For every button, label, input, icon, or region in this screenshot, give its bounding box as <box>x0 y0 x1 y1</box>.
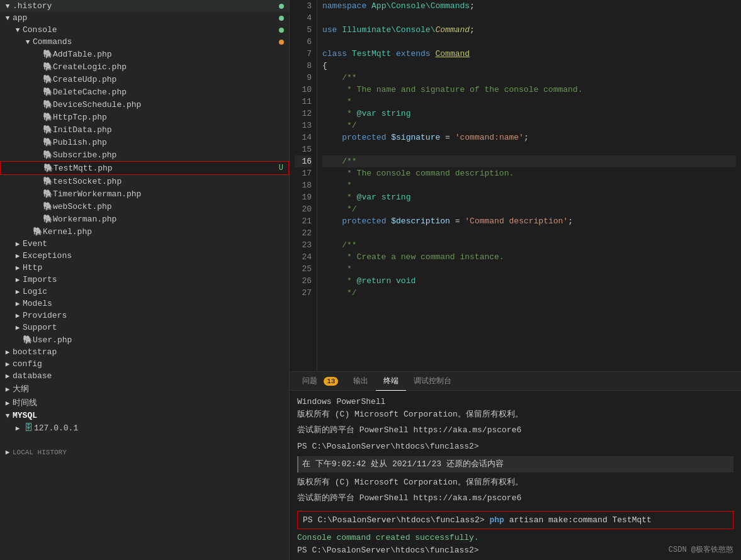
sidebar-item-timeline[interactable]: ▶ 时间线 <box>0 396 289 410</box>
sidebar-item-label: LOCAL HISTORY <box>13 449 289 456</box>
collapse-arrow: ▶ <box>13 252 23 260</box>
collapse-arrow: ▶ <box>13 276 23 284</box>
sidebar-item-label: TestMqtt.php <box>54 164 279 173</box>
sidebar-item-console[interactable]: ▼ Console <box>0 24 289 36</box>
code-line: { <box>322 60 736 72</box>
collapse-arrow: ▶ <box>13 240 23 248</box>
php-icon: 🐘 <box>43 99 53 109</box>
sidebar-item-workerman[interactable]: ▷ 🐘 Workerman.php <box>0 213 289 225</box>
code-line: * Create a new command instance. <box>322 251 736 263</box>
sidebar-item-label: Console <box>23 25 274 35</box>
sidebar-item-addtable[interactable]: ▷ 🐘 AddTable.php <box>0 48 289 60</box>
spacer: ▷ <box>33 113 43 121</box>
sidebar-item-initdata[interactable]: ▷ 🐘 InitData.php <box>0 123 289 136</box>
sidebar-item-database[interactable]: ▶ database <box>0 370 289 382</box>
sidebar-item-history[interactable]: ▼ .history <box>0 0 289 12</box>
terminal-session-restore: 在 下午9:02:42 处从 2021/11/23 还原的会话内容 <box>297 456 733 473</box>
code-line: * @var string <box>322 108 736 120</box>
collapse-arrow: ▶ <box>3 399 13 407</box>
sidebar-item-label: Subscribe.php <box>53 150 289 160</box>
sidebar-item-label: Support <box>23 323 289 332</box>
terminal-line: 版权所有 (C) Microsoft Corporation。保留所有权利。 <box>297 408 733 421</box>
sidebar-item-label: 大纲 <box>13 383 289 395</box>
sidebar-item-logic[interactable]: ▶ Logic <box>0 286 289 298</box>
code-line: /** <box>322 72 736 84</box>
collapse-arrow: ▼ <box>3 14 13 22</box>
sidebar-item-http[interactable]: ▶ Http <box>0 262 289 274</box>
terminal-line: Windows PowerShell <box>297 396 733 408</box>
line-num: 3 <box>295 0 312 12</box>
tab-output[interactable]: 输出 <box>346 372 376 391</box>
sidebar-item-mysql[interactable]: ▼ MYSQL <box>0 410 289 422</box>
sidebar-item-testmqtt[interactable]: ▷ 🐘 TestMqtt.php U <box>0 161 289 175</box>
sidebar-item-testsocket[interactable]: ▷ 🐘 testSocket.php <box>0 175 289 188</box>
line-num: 11 <box>295 96 312 108</box>
sidebar-item-config[interactable]: ▶ config <box>0 358 289 370</box>
tab-problems[interactable]: 问题 13 <box>295 372 346 391</box>
code-line: use Illuminate\Console\Command; <box>322 24 736 36</box>
spacer: ▷ <box>33 151 43 159</box>
sidebar: ▼ .history ▼ app ▼ Console ▼ Commands ▷ … <box>0 0 290 560</box>
php-icon: 🐘 <box>43 201 53 211</box>
spacer: ▷ <box>33 126 43 134</box>
terminal-area: 问题 13 输出 终端 调试控制台 Windows PowerShell 版权所… <box>290 371 741 560</box>
sidebar-item-label: Exceptions <box>23 251 289 260</box>
tab-label: 调试控制台 <box>414 377 451 386</box>
status-dot <box>279 4 284 9</box>
tab-label: 问题 <box>302 377 317 386</box>
code-line: * @var string <box>322 191 736 203</box>
php-icon: 🐘 <box>43 112 53 122</box>
sidebar-item-kernel[interactable]: ▷ 🐘 Kernel.php <box>0 225 289 238</box>
sidebar-item-deletecache[interactable]: ▷ 🐘 DeleteCache.php <box>0 86 289 98</box>
sidebar-item-support[interactable]: ▶ Support <box>0 322 289 333</box>
sidebar-item-exceptions[interactable]: ▶ Exceptions <box>0 250 289 262</box>
line-num: 8 <box>295 60 312 72</box>
sidebar-item-label: Models <box>23 299 289 308</box>
sidebar-item-local-history[interactable]: ▶ LOCAL HISTORY <box>0 447 289 457</box>
line-num: 22 <box>295 227 312 239</box>
terminal-content[interactable]: Windows PowerShell 版权所有 (C) Microsoft Co… <box>290 391 741 560</box>
sidebar-item-publish[interactable]: ▷ 🐘 Publish.php <box>0 136 289 148</box>
collapse-arrow: ▼ <box>23 38 33 46</box>
sidebar-item-createudp[interactable]: ▷ 🐘 CreateUdp.php <box>0 73 289 86</box>
spacer: ▷ <box>33 63 43 71</box>
spacer: ▷ <box>33 190 43 198</box>
sidebar-item-label: Logic <box>23 287 289 296</box>
sidebar-item-httptcp[interactable]: ▷ 🐘 HttpTcp.php <box>0 111 289 123</box>
sidebar-item-commands[interactable]: ▼ Commands <box>0 36 289 48</box>
sidebar-item-websockt[interactable]: ▷ 🐘 webSockt.php <box>0 200 289 213</box>
collapse-arrow: ▶ <box>13 424 23 432</box>
sidebar-item-createlogic[interactable]: ▷ 🐘 CreateLogic.php <box>0 60 289 73</box>
tab-terminal[interactable]: 终端 <box>376 372 406 391</box>
collapse-arrow: ▶ <box>13 300 23 308</box>
sidebar-item-providers[interactable]: ▶ Providers <box>0 310 289 322</box>
sidebar-item-label: database <box>13 371 289 381</box>
sidebar-item-timerworkerman[interactable]: ▷ 🐘 TimerWorkerman.php <box>0 188 289 200</box>
sidebar-item-models[interactable]: ▶ Models <box>0 298 289 310</box>
collapse-arrow: ▶ <box>13 323 23 332</box>
sidebar-item-label: Providers <box>23 311 289 320</box>
line-num: 7 <box>295 48 312 60</box>
sidebar-item-subscribe[interactable]: ▷ 🐘 Subscribe.php <box>0 148 289 161</box>
sidebar-item-label: InitData.php <box>53 125 289 135</box>
sidebar-item-label: AddTable.php <box>53 50 289 59</box>
code-line: * @return void <box>322 275 736 287</box>
code-line: */ <box>322 203 736 215</box>
collapse-arrow: ▶ <box>3 385 13 393</box>
code-editor[interactable]: namespace App\Console\Commands; use Illu… <box>317 0 741 371</box>
sidebar-item-label: User.php <box>33 335 289 345</box>
php-icon: 🐘 <box>43 137 53 147</box>
tab-debug-console[interactable]: 调试控制台 <box>406 372 459 391</box>
sidebar-item-outline[interactable]: ▶ 大纲 <box>0 382 289 396</box>
sidebar-item-bootstrap[interactable]: ▶ bootstrap <box>0 346 289 358</box>
terminal-line: 尝试新的跨平台 PowerShell https://aka.ms/pscore… <box>297 492 733 505</box>
sidebar-item-db-ip[interactable]: ▶ 🗄 127.0.0.1 <box>0 422 289 434</box>
sidebar-item-deviceschedule[interactable]: ▷ 🐘 DeviceSchedule.php <box>0 98 289 111</box>
sidebar-item-user[interactable]: ▷ 🐘 User.php <box>0 333 289 346</box>
collapse-arrow: ▶ <box>13 311 23 320</box>
spacer: ▷ <box>33 101 43 109</box>
code-line: class TestMqtt extends Command <box>322 48 736 60</box>
sidebar-item-imports[interactable]: ▶ Imports <box>0 274 289 286</box>
sidebar-item-app[interactable]: ▼ app <box>0 12 289 24</box>
sidebar-item-event[interactable]: ▶ Event <box>0 238 289 250</box>
